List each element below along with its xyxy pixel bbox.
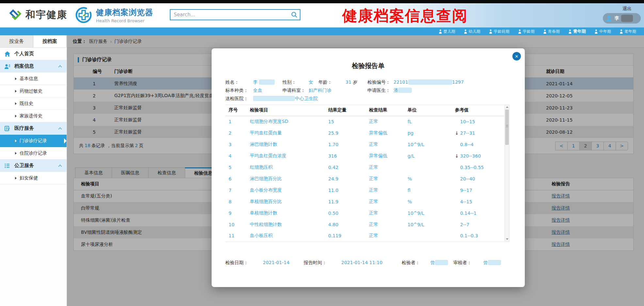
triangle-bullet-icon <box>15 152 17 155</box>
lab-result-row: 10 中性粒细胞计数 4.80 正常 10^9/L ↓2--7 <box>225 219 505 230</box>
age-stage-item[interactable]: 老年期 <box>620 29 636 34</box>
cell-test-item[interactable]: 红细胞分布宽度SD <box>250 116 328 127</box>
sidebar-group-label: 档案信息 <box>14 63 34 69</box>
cell-unit: 10^9/L <box>408 207 455 219</box>
redacted-text <box>398 88 412 93</box>
brand-logo: 和宇健康 <box>8 8 67 22</box>
sidebar-group-archive-info[interactable]: 档案信息 <box>0 60 67 73</box>
modal-table-scrollbar[interactable] <box>505 105 509 242</box>
cell-quantitative-result: 0.50 <box>328 207 369 219</box>
document-icon <box>0 126 14 131</box>
user-pill[interactable]: 李 <box>603 13 641 24</box>
sidebar-item-womens-health[interactable]: 妇女保健 <box>0 172 67 184</box>
scrollbar-thumb[interactable] <box>505 110 509 145</box>
field-value-name: 李 <box>253 79 275 85</box>
sidebar-group-medical-services[interactable]: 医疗服务 <box>0 122 67 135</box>
age-stage-item[interactable]: 学龄前期 <box>489 29 509 34</box>
sidebar-item-label: 妇女保健 <box>20 175 38 181</box>
sidebar-item-home[interactable]: 个人首页 <box>0 48 67 60</box>
app-circle-cross-icon <box>74 6 93 24</box>
sidebar: 按业务 按档案 个人首页 档案信息 基本信息 药物过敏史 既往史 家族遗传史 医… <box>0 35 67 306</box>
age-stage-item[interactable]: 婴儿期 <box>439 29 455 34</box>
cell-reference: ↓2--7 <box>455 219 505 230</box>
sidebar-item-basic-info[interactable]: 基本信息 <box>0 73 67 85</box>
cell-reference: ↓27--31 <box>455 127 505 139</box>
sidebar-item-drug-allergy[interactable]: 药物过敏史 <box>0 85 67 97</box>
cell-test-item[interactable]: 淋巴细胞计数 <box>250 139 328 150</box>
brand-name: 和宇健康 <box>25 8 67 22</box>
sidebar-item-outpatient-records[interactable]: 门诊诊疗记录 <box>0 135 67 147</box>
cell-reference: ↓0.1--0.3 <box>455 230 505 242</box>
redacted-text <box>488 260 501 265</box>
field-label-hospital: 送检医院： <box>225 96 248 102</box>
redacted-text <box>259 79 275 85</box>
cell-test-item[interactable]: 红细胞压积 <box>250 162 328 173</box>
active-item-arrow-icon <box>64 138 67 144</box>
search-input[interactable] <box>170 12 289 18</box>
cell-check-result: 正常 <box>369 219 408 230</box>
age-stage-item[interactable]: 青年期 <box>568 28 586 34</box>
cell-quantitative-result: 4.80 <box>328 219 369 230</box>
chevron-up-icon <box>58 127 62 131</box>
scroll-up-icon[interactable] <box>506 106 508 108</box>
cell-unit: fl <box>408 184 455 196</box>
cell-test-item[interactable]: 单核细胞计数 <box>250 207 328 219</box>
age-stage-item[interactable]: 学龄期 <box>518 29 535 34</box>
close-icon[interactable]: ✕ <box>512 52 521 60</box>
age-stage-item[interactable]: 中年期 <box>594 29 611 34</box>
cell-seq: 7 <box>225 184 250 196</box>
cell-seq: 8 <box>225 196 250 207</box>
cell-check-result: 异常偏低 <box>369 150 408 162</box>
cell-test-item[interactable]: 平均血红蛋白量 <box>250 127 328 139</box>
search-button[interactable] <box>289 10 300 20</box>
field-value-tester: 曾 <box>430 260 448 266</box>
lab-results-table-wrap: 序号 检验项目 结果定量 检查结果 单位 参考值 1 红细胞分布宽度SD <box>225 105 505 242</box>
age-stage-item[interactable]: 幼儿期 <box>464 29 480 34</box>
cell-quantitative-result: 25.9 <box>328 127 369 139</box>
sidebar-item-family-history[interactable]: 家族遗传史 <box>0 110 67 122</box>
field-label-report-time: 报告时间： <box>304 260 327 266</box>
chevron-up-icon <box>58 164 62 168</box>
search-box <box>170 9 300 20</box>
sidebar-item-label: 药物过敏史 <box>20 88 42 94</box>
age-stage-label: 青春期 <box>548 29 560 34</box>
field-label-tester: 检验者： <box>402 260 420 266</box>
sidebar-tab-by-archive[interactable]: 按档案 <box>33 35 67 47</box>
sidebar-item-inpatient-records[interactable]: 住院诊疗记录 <box>0 147 67 160</box>
sidebar-item-past-history[interactable]: 既往史 <box>0 97 67 110</box>
cell-test-item[interactable]: 中性粒细胞计数 <box>250 219 328 230</box>
triangle-bullet-icon <box>15 90 17 93</box>
sidebar-tab-by-business[interactable]: 按业务 <box>0 35 33 47</box>
lab-result-row: 7 血小板分布宽度 11.0 正常 fl ↓9--17 <box>225 184 505 196</box>
age-stage-item[interactable]: 青春期 <box>543 29 560 34</box>
person-icon <box>464 29 467 34</box>
cell-test-item[interactable]: 血小板压积 <box>250 230 328 242</box>
logout-link[interactable]: 退出 <box>622 6 632 12</box>
sidebar-item-label: 既往史 <box>20 101 33 107</box>
age-stage-label: 青年期 <box>573 28 586 34</box>
field-label-exam-date: 检验日期： <box>225 260 248 266</box>
cell-seq: 3 <box>225 139 250 150</box>
cell-test-item[interactable]: 淋巴细胞百分比 <box>250 173 328 184</box>
cell-reference: ↓4--15 <box>455 196 505 207</box>
age-stage-label: 中年期 <box>599 29 611 34</box>
scroll-down-icon[interactable] <box>506 238 508 240</box>
field-label-department: 申请科室： <box>282 88 305 94</box>
field-value-gender: 女 <box>309 79 313 85</box>
sidebar-item-label: 个人首页 <box>14 51 34 57</box>
cell-test-item[interactable]: 血小板分布宽度 <box>250 184 328 196</box>
down-arrow-icon: ↓ <box>455 130 460 136</box>
cell-test-item[interactable]: 平均血红蛋白浓度 <box>250 150 328 162</box>
cell-reference: ↓10--15 <box>455 116 505 127</box>
cell-reference: ↓0.8--4 <box>455 139 505 150</box>
cell-test-item[interactable]: 单核细胞百分比 <box>250 196 328 207</box>
search-icon <box>291 11 298 18</box>
sidebar-group-public-health[interactable]: 公卫服务 <box>0 160 67 172</box>
app-logo: 健康档案浏览器 Health Record Browser <box>74 6 153 24</box>
cell-check-result: 正常 <box>369 196 408 207</box>
person-icon <box>489 29 492 34</box>
cell-quantitative-result: 11.9 <box>328 196 369 207</box>
column-header-unit: 单位 <box>408 105 455 116</box>
cell-unit: % <box>408 173 455 184</box>
lab-result-row: 3 淋巴细胞计数 1.70 正常 10^9/L ↓0.8--4 <box>225 139 505 150</box>
